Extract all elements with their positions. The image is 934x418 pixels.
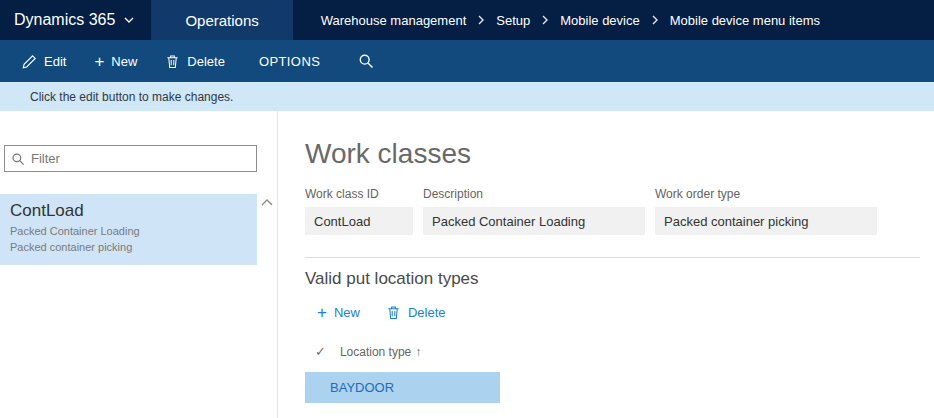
breadcrumb-item-warehouse-management[interactable]: Warehouse management bbox=[321, 13, 467, 28]
filter-input[interactable] bbox=[31, 151, 250, 166]
checkmark-icon[interactable]: ✓ bbox=[315, 344, 326, 359]
section-divider bbox=[305, 257, 920, 258]
breadcrumb-item-setup[interactable]: Setup bbox=[496, 13, 530, 28]
sort-ascending-icon: ↑ bbox=[415, 345, 421, 359]
breadcrumb-item-mobile-device-menu-items[interactable]: Mobile device menu items bbox=[670, 13, 820, 28]
edit-button-label: Edit bbox=[44, 54, 66, 69]
work-order-type-input[interactable]: Packed container picking bbox=[655, 207, 877, 235]
edit-button[interactable]: Edit bbox=[10, 40, 78, 82]
action-toolbar: Edit + New Delete OPTIONS bbox=[0, 40, 934, 82]
grid-new-button-label: New bbox=[334, 305, 360, 320]
grid-column-label: Location type bbox=[340, 345, 411, 359]
product-menu[interactable]: Dynamics 365 bbox=[0, 0, 151, 40]
chevron-down-icon bbox=[123, 14, 135, 26]
field-label: Work class ID bbox=[305, 187, 413, 201]
grid-delete-button[interactable]: Delete bbox=[386, 305, 446, 320]
chevron-right-icon bbox=[540, 14, 550, 26]
scroll-up-chevron[interactable] bbox=[257, 194, 277, 265]
list-item-title: ContLoad bbox=[10, 201, 247, 221]
delete-button[interactable]: Delete bbox=[153, 40, 237, 82]
product-name: Dynamics 365 bbox=[14, 11, 115, 29]
new-button-label: New bbox=[111, 54, 137, 69]
message-bar-text: Click the edit button to make changes. bbox=[30, 90, 233, 104]
chevron-right-icon bbox=[650, 14, 660, 26]
field-description: Description Packed Container Loading bbox=[423, 187, 645, 235]
pencil-icon bbox=[22, 54, 37, 69]
list-item-subtitle: Packed container picking bbox=[10, 240, 247, 256]
content-area: ContLoad Packed Container Loading Packed… bbox=[0, 111, 934, 418]
trash-icon bbox=[165, 54, 180, 69]
page-title: Work classes bbox=[305, 138, 920, 170]
section-title: Valid put location types bbox=[305, 269, 920, 289]
section-toolbar: + New Delete bbox=[317, 304, 920, 321]
list-item[interactable]: ContLoad Packed Container Loading Packed… bbox=[0, 194, 257, 265]
work-class-id-input[interactable]: ContLoad bbox=[305, 207, 413, 235]
description-input[interactable]: Packed Container Loading bbox=[423, 207, 645, 235]
field-label: Description bbox=[423, 187, 645, 201]
top-nav-bar: Dynamics 365 Operations Warehouse manage… bbox=[0, 0, 934, 40]
breadcrumb: Warehouse management Setup Mobile device… bbox=[321, 0, 820, 40]
app-name: Operations bbox=[185, 12, 258, 29]
delete-button-label: Delete bbox=[187, 54, 225, 69]
trash-icon bbox=[386, 305, 401, 320]
grid-header: ✓ Location type ↑ bbox=[315, 344, 920, 359]
filter-box bbox=[4, 145, 257, 172]
plus-icon: + bbox=[317, 304, 327, 321]
record-list: ContLoad Packed Container Loading Packed… bbox=[0, 194, 277, 265]
record-list-panel: ContLoad Packed Container Loading Packed… bbox=[0, 111, 278, 418]
fields-row: Work class ID ContLoad Description Packe… bbox=[305, 187, 920, 235]
options-menu-button[interactable]: OPTIONS bbox=[247, 40, 332, 82]
breadcrumb-item-mobile-device[interactable]: Mobile device bbox=[560, 13, 640, 28]
message-bar: Click the edit button to make changes. bbox=[0, 82, 934, 111]
field-label: Work order type bbox=[655, 187, 877, 201]
chevron-right-icon bbox=[476, 14, 486, 26]
detail-panel: Work classes Work class ID ContLoad Desc… bbox=[278, 111, 934, 418]
list-item-subtitle: Packed Container Loading bbox=[10, 224, 247, 240]
field-work-order-type: Work order type Packed container picking bbox=[655, 187, 877, 235]
grid-new-button[interactable]: + New bbox=[317, 304, 360, 321]
options-button-label: OPTIONS bbox=[259, 54, 320, 69]
plus-icon: + bbox=[94, 53, 104, 70]
grid-delete-button-label: Delete bbox=[408, 305, 446, 320]
search-icon bbox=[11, 152, 25, 166]
search-icon bbox=[358, 53, 374, 69]
grid-row-baydoor[interactable]: BAYDOOR bbox=[305, 372, 500, 403]
app-name-segment[interactable]: Operations bbox=[151, 0, 292, 40]
grid-column-location-type[interactable]: Location type ↑ bbox=[340, 345, 421, 359]
field-work-class-id: Work class ID ContLoad bbox=[305, 187, 413, 235]
search-button[interactable] bbox=[346, 40, 386, 82]
new-button[interactable]: + New bbox=[82, 40, 149, 82]
